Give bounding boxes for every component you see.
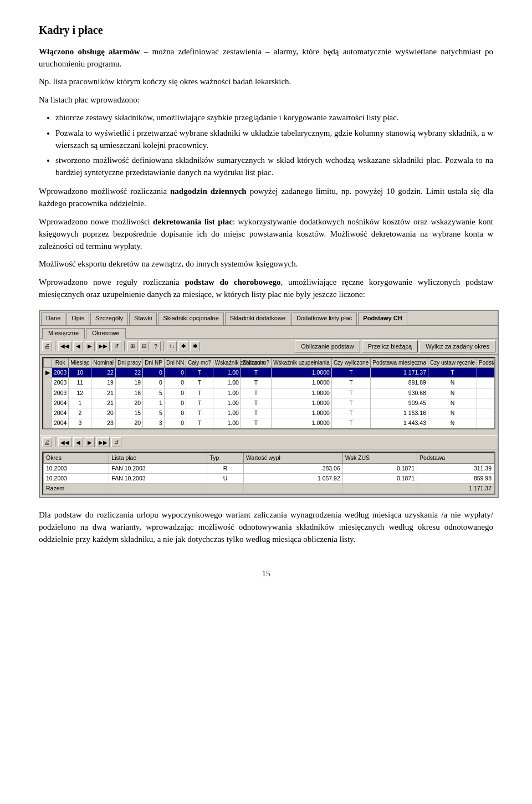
lower-nav-next[interactable]: ▶ <box>85 437 95 447</box>
table-cell: 930.68 <box>477 388 495 398</box>
table-row[interactable]: 200312211650T1.00T1.0000T930.68N930.68 <box>44 388 496 398</box>
table-cell <box>342 484 417 494</box>
list-item[interactable]: Razem1 171.37 <box>44 484 494 494</box>
alarms-para: Włączono obsługę alarmów – można zdefini… <box>39 46 493 70</box>
tab-stawki[interactable]: Stawki <box>129 313 157 325</box>
table-row[interactable]: 20043232030T1.00T1.0000T1 443.43N1 443.4… <box>44 418 496 428</box>
podst-before: Wprowadzono nowe reguły rozliczania <box>39 278 185 286</box>
table-cell: T <box>331 378 370 388</box>
tab-dane[interactable]: Dane <box>41 313 65 325</box>
section-podstawy: Wprowadzono nowe reguły rozliczania pods… <box>39 276 493 301</box>
sep1 <box>55 341 55 351</box>
table-row[interactable]: 20041212010T1.00T1.0000T909.45N909.45 <box>44 398 496 408</box>
table-cell: 19 <box>91 378 116 388</box>
section-alarms: Włączono obsługę alarmów – można zdefini… <box>39 46 493 88</box>
np-para: Np. lista pracowników którym kończy się … <box>39 76 493 88</box>
podst-bold: podstaw do chorobowego <box>185 278 280 286</box>
main-toolbar: 🖨 ◀◀ ◀ ▶ ▶▶ ↺ ⊞ ⊟ ? ↑↓ ✱ ✱ Obliczanie po… <box>40 339 498 355</box>
table-cell: T <box>331 398 370 408</box>
lower-nav-last[interactable]: ▶▶ <box>96 437 110 447</box>
table-row[interactable]: 200311191900T1.00T1.0000T891.89N891.89 <box>44 378 496 388</box>
table-cell: R <box>207 463 243 473</box>
nav-last[interactable]: ▶▶ <box>96 341 110 351</box>
table-cell: 311.39 <box>417 463 494 473</box>
table-cell: 0 <box>164 378 186 388</box>
list-item[interactable]: 10.2003FAN 10.2003R383.060.1871311.39 <box>44 463 494 473</box>
lower-toolbar: 🖨 ◀◀ ◀ ▶ ▶▶ ↺ <box>40 435 498 449</box>
table-cell: 19 <box>115 378 142 388</box>
table-cell: U <box>207 473 243 483</box>
wylicz-okres-btn[interactable]: Wylicz za zadany okres <box>420 340 495 352</box>
table-cell: 21 <box>91 398 116 408</box>
sort-btn[interactable]: ↑↓ <box>167 341 177 351</box>
lower-nav-first[interactable]: ◀◀ <box>58 437 71 447</box>
table-cell: 930.68 <box>371 388 428 398</box>
col-miesiac: Miesiąc <box>69 358 91 368</box>
tab-skladniki-dodatkowe[interactable]: Składniki dodatkowe <box>225 313 290 325</box>
subtab-okresowe[interactable]: Okresowe <box>86 328 126 339</box>
col-nominal: Nominał <box>91 358 116 368</box>
nav-first[interactable]: ◀◀ <box>58 341 71 351</box>
lower-nav-prev[interactable]: ◀ <box>73 437 83 447</box>
table-cell: 1 153.16 <box>371 408 428 418</box>
dekretowania-para: Wprowadzono nowe możliwości dekretowania… <box>39 216 493 252</box>
przelicz-biezaca-btn[interactable]: Przelicz bieżącą <box>362 340 418 352</box>
subtab-miesieczne[interactable]: Miesięczne <box>42 328 85 339</box>
tab-dodatkowe-listy[interactable]: Dodatkowe listy płac <box>291 313 357 325</box>
table-cell: 0 <box>143 378 165 388</box>
table-row[interactable]: ▶200310222200T1.00T1.0000T1 171.37T1 235… <box>44 368 496 378</box>
dek-before: Wprowadzono nowe możliwości <box>39 217 153 226</box>
table-cell: T <box>186 408 213 418</box>
section-nadgodziny: Wprowadzono możliwość rozliczania nadgod… <box>39 186 493 210</box>
tab-skladniki-opcjonalne[interactable]: Składniki opcjonalne <box>158 313 223 325</box>
na-listach-intro: Na listach płac wprowadzono: <box>39 94 493 106</box>
table-cell: 11 <box>69 378 91 388</box>
table-cell: Razem <box>44 484 109 494</box>
col-indicator <box>44 358 52 368</box>
lower-print-btn[interactable]: 🖨 <box>42 437 52 447</box>
table-cell: T <box>241 368 271 378</box>
tab-opis[interactable]: Opis <box>66 313 89 325</box>
table-cell: 0.1871 <box>342 473 417 483</box>
col-dni-pracy: Dni pracy <box>115 358 142 368</box>
lower-data-table: Okres Lista płac Typ Wartość wypł Wsk ZU… <box>43 453 494 494</box>
filter-btn[interactable]: ✱ <box>178 341 188 351</box>
add-btn[interactable]: ⊞ <box>127 341 137 351</box>
table-cell: 10.2003 <box>44 473 109 483</box>
tab-szczegoly[interactable]: Szczegóły <box>90 313 128 325</box>
lcol-typ: Typ <box>207 453 243 463</box>
col-rok: Rok <box>52 358 69 368</box>
obliczanie-podstaw-btn[interactable]: Obliczanie podstaw <box>295 340 360 352</box>
table-cell: FAN 10.2003 <box>109 473 207 483</box>
nav-next[interactable]: ▶ <box>85 341 95 351</box>
help-btn[interactable]: ? <box>151 341 161 351</box>
filter2-btn[interactable]: ✱ <box>190 341 200 351</box>
table-cell: 1.0000 <box>272 398 332 408</box>
lcol-okres: Okres <box>44 453 109 463</box>
table-cell: 5 <box>143 388 165 398</box>
nav-prev[interactable]: ◀ <box>73 341 83 351</box>
table-cell: 2 <box>69 408 91 418</box>
lower-content: Okres Lista płac Typ Wartość wypł Wsk ZU… <box>40 449 498 497</box>
table-cell: 0 <box>164 408 186 418</box>
table-cell: 10.2003 <box>44 463 109 473</box>
col-podst-mies: Podstawa miesięczna <box>371 358 428 368</box>
upper-table-wrap: Rok Miesiąc Nominał Dni pracy Dni NP Dni… <box>42 357 495 430</box>
tab-podstawy-ch[interactable]: Podstawy CH <box>358 313 407 325</box>
table-cell: N <box>428 378 477 388</box>
table-row[interactable]: 20042201550T1.00T1.0000T1 153.16N1 153.1… <box>44 408 496 418</box>
lower-refresh-btn[interactable]: ↺ <box>111 437 121 447</box>
refresh-btn[interactable]: ↺ <box>111 341 121 351</box>
alarms-bold: Włączono obsługę alarmów <box>39 47 140 56</box>
table-cell: 1 171.37 <box>371 368 428 378</box>
print-btn[interactable]: 🖨 <box>42 341 52 351</box>
remove-btn[interactable]: ⊟ <box>139 341 149 351</box>
table-cell: 20 <box>115 398 142 408</box>
section-dekretowania: Wprowadzono nowe możliwości dekretowania… <box>39 216 493 270</box>
table-cell: 1 <box>69 398 91 408</box>
table-cell: 1.0000 <box>272 368 332 378</box>
subtab-bar: Miesięczne Okresowe <box>40 326 498 339</box>
table-cell: 1.0000 <box>272 388 332 398</box>
table-cell: 2004 <box>52 418 69 428</box>
list-item[interactable]: 10.2003FAN 10.2003U1 057.920.1871859.98 <box>44 473 494 483</box>
